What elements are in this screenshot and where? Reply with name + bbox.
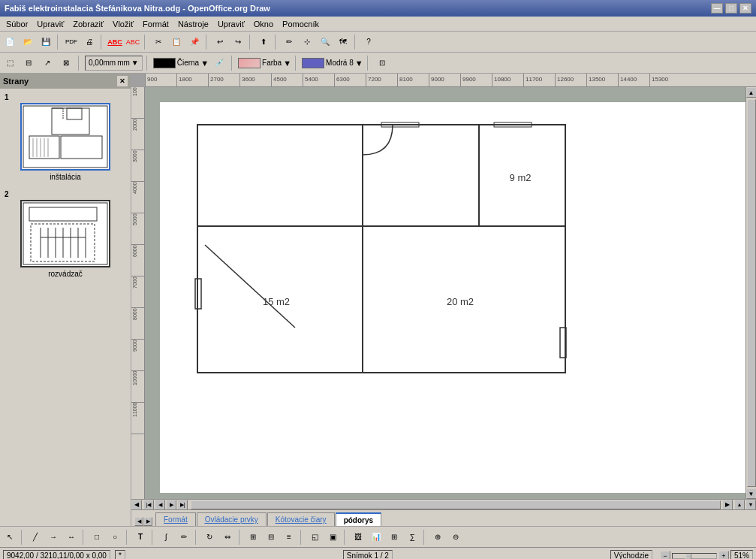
page-preview-1[interactable] [20,103,110,171]
tb2-icon2[interactable]: ⊟ [20,55,37,71]
text-tool-btn[interactable]: T [132,529,149,545]
maximize-button[interactable]: □ [725,3,737,14]
chart-btn[interactable]: 📊 [368,529,384,545]
formula-btn[interactable]: ∑ [404,529,420,545]
copy-btn[interactable]: 📋 [168,34,185,50]
tab-format[interactable]: Formát [155,512,196,526]
scroll-left-btn[interactable]: ◀ [131,500,142,510]
menu-edit2[interactable]: Upraviť [213,18,249,30]
select-btn[interactable]: ⊹ [299,34,315,50]
first-page-btn[interactable]: |◀ [143,500,154,510]
canvas-area: 900 1800 2700 3600 4500 5400 6300 7200 8… [131,74,756,526]
zoom-in-status-btn[interactable]: + [718,551,729,560]
zoom-slider-thumb[interactable] [685,554,691,560]
open-btn[interactable]: 📂 [20,34,36,50]
redo-btn[interactable]: ↪ [230,34,246,50]
eyedropper-btn[interactable]: 💉 [211,55,227,71]
rotate-tool-btn[interactable]: ↻ [201,529,218,545]
tab-scroll-left[interactable]: ◀ [134,517,143,526]
tb2-icon4[interactable]: ⊠ [58,55,74,71]
view-btn2[interactable]: ▼ [745,500,756,510]
tb2-extra-btn[interactable]: ⊡ [374,55,390,71]
zoom-out-btn[interactable]: ⊖ [447,529,464,545]
tab-kotov[interactable]: Kótovacie čiary [267,512,335,526]
shadow-tool-btn[interactable]: ◱ [306,529,323,545]
tab-podorys[interactable]: pódorys [336,512,381,526]
h-scrollbar[interactable]: ◀ |◀ ◀ ▶ ▶| ▶ ▲ ▼ [131,499,756,509]
navigator-btn[interactable]: 🗺 [335,34,351,50]
line-arrow[interactable]: ▼ [355,59,363,68]
menu-insert[interactable]: Vložiť [108,18,138,30]
export-btn[interactable]: ⬆ [255,34,272,50]
next-page-btn[interactable]: ▶ [166,500,176,510]
tab-scroll-right[interactable]: ▶ [143,517,152,526]
menu-help[interactable]: Pomocník [278,18,324,30]
freehand-tool-btn[interactable]: ✏ [176,529,192,545]
arrow-tool-btn[interactable]: → [45,529,62,545]
save-btn[interactable]: 💾 [38,34,54,50]
sep12 [367,56,370,71]
curve-tool-btn[interactable]: ∫ [158,529,174,545]
line-tool-btn[interactable]: ╱ [27,529,44,545]
v-scrollbar[interactable]: ▲ ▼ [745,87,756,499]
print-btn[interactable]: 🖨 [81,34,98,50]
sep6 [275,35,278,50]
minimize-button[interactable]: — [711,3,723,14]
distribute-tool-btn[interactable]: ≡ [281,529,297,545]
sidebar-close-btn[interactable]: ✕ [117,76,128,86]
zoom-slider[interactable] [672,553,717,559]
spellcheck-btn[interactable]: ABC [107,34,123,50]
zoom-btn[interactable]: 🔍 [317,34,333,50]
cut-btn[interactable]: ✂ [150,34,167,50]
slide-info-value: Snímok 1 / 2 [347,551,389,559]
main-toolbar: 📄 📂 💾 PDF 🖨 ABC ABC ✂ 📋 📌 ↩ ↪ ⬆ ✏ ⊹ 🔍 🗺 … [0,32,756,53]
tb2-icon1[interactable]: ⬚ [2,55,18,71]
zoom-out-status-btn[interactable]: − [660,551,670,560]
coordinates-value: 9042,00 / 3210,11 [7,551,68,559]
drawing-canvas[interactable]: 9 m2 15 m2 [145,87,756,499]
draw-btn[interactable]: ✏ [281,34,297,50]
fill-picker-group: Farba ▼ [238,58,291,68]
insert-img-btn[interactable]: 🖼 [350,529,366,545]
new-btn[interactable]: 📄 [2,34,18,50]
dimension-input[interactable]: 0,00mm mm ▼ [85,56,143,71]
gradient-tool-btn[interactable]: ▣ [324,529,341,545]
scroll-up-btn[interactable]: ▲ [746,87,757,98]
menu-window[interactable]: Okno [249,18,278,30]
paste-btn[interactable]: 📌 [186,34,203,50]
flip-tool-btn[interactable]: ⇔ [219,529,236,545]
tb2-icon3[interactable]: ↗ [39,55,56,71]
sep4 [206,35,209,50]
align-tool-btn[interactable]: ⊟ [263,529,279,545]
snap-tool-btn[interactable]: ⊞ [245,529,261,545]
page-thumb-2[interactable]: 2 rozvád [0,186,131,283]
zoom-in-btn[interactable]: ⊕ [429,529,446,545]
menu-file[interactable]: Súbor [2,18,32,30]
view-btn1[interactable]: ▲ [734,500,745,510]
spellcheck2-btn[interactable]: ABC [125,34,141,50]
page-thumb-1[interactable]: 1 [0,89,131,186]
page-preview-2[interactable] [20,200,110,267]
select-tool-btn[interactable]: ↖ [2,529,18,545]
rect-tool-btn[interactable]: □ [89,529,105,545]
tab-controls[interactable]: Ovládacie prvky [197,512,267,526]
color-arrow-black[interactable]: ▼ [200,59,209,68]
menu-format[interactable]: Formát [138,18,173,30]
prev-page-btn[interactable]: ◀ [155,500,165,510]
last-page-btn[interactable]: ▶| [177,500,188,510]
table-btn[interactable]: ⊞ [386,529,402,545]
arrow2-tool-btn[interactable]: ↔ [63,529,80,545]
menu-view[interactable]: Zobraziť [68,18,108,30]
ellipse-tool-btn[interactable]: ○ [107,529,123,545]
pdf-btn[interactable]: PDF [63,34,80,50]
h-scroll-thumb[interactable] [191,500,721,509]
undo-btn[interactable]: ↩ [212,34,228,50]
v-scroll-thumb[interactable] [747,99,756,487]
scroll-down-btn[interactable]: ▼ [746,488,757,499]
menu-edit[interactable]: Upraviť [32,18,68,30]
fill-arrow[interactable]: ▼ [283,59,291,68]
help-btn[interactable]: ? [360,34,377,50]
close-button[interactable]: ✕ [739,3,751,14]
scroll-right-btn[interactable]: ▶ [722,500,733,510]
menu-tools[interactable]: Nástroje [173,18,213,30]
